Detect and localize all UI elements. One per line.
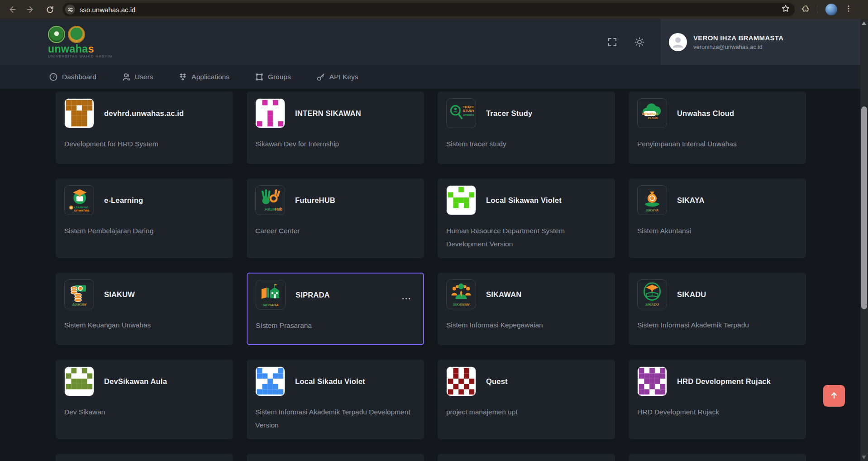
user-profile-panel[interactable]: VERON IHZA BRAMMASTA veronihza@unwahas.a… xyxy=(661,19,860,65)
reload-icon[interactable] xyxy=(43,3,56,16)
app-card-quest[interactable]: Questproject manajemen upt xyxy=(438,360,615,439)
forward-icon[interactable] xyxy=(24,3,37,16)
extensions-icon[interactable] xyxy=(801,4,811,15)
app-card-partial[interactable] xyxy=(247,454,424,461)
tracer-app-icon: TRACERSTUDYunwahas xyxy=(446,98,476,128)
app-card-futurehub[interactable]: FutureHubFutureHUBCareer Center xyxy=(247,178,424,258)
theme-sun-icon[interactable] xyxy=(634,36,645,48)
scrollbar-down-arrow-icon[interactable] xyxy=(862,456,866,459)
svg-text:SIKAYA: SIKAYA xyxy=(646,208,659,212)
app-title: SIAKUW xyxy=(104,290,135,299)
app-description: SIstem Prasarana xyxy=(256,319,415,332)
app-title: SIKAYA xyxy=(677,196,705,205)
futurehub-app-icon: FutureHub xyxy=(255,185,285,215)
app-card-hrd-development-rujack[interactable]: HRD Development RujackHRD Development Ru… xyxy=(629,360,806,439)
nav-item-groups[interactable]: Groups xyxy=(255,72,291,82)
identicon-app-icon xyxy=(446,185,476,215)
elearning-app-icon: eLEARNINGunwahas xyxy=(64,185,94,215)
app-card-local-sikawan-violet[interactable]: Local Sikawan VioletHuman Resource Depar… xyxy=(438,178,615,258)
app-title: INTERN SIKAWAN xyxy=(295,109,361,118)
scroll-to-top-button[interactable] xyxy=(823,385,845,407)
app-description: Sikawan Dev for Internship xyxy=(255,137,415,150)
nav-item-users[interactable]: Users xyxy=(122,72,153,82)
svg-text:Future: Future xyxy=(264,207,276,211)
identicon-app-icon xyxy=(255,98,285,128)
cloud-app-icon: unwahasCLOUD xyxy=(637,98,667,128)
api-keys-icon xyxy=(316,72,325,82)
university-seal-icon xyxy=(48,26,65,43)
groups-icon xyxy=(255,72,264,82)
fullscreen-icon[interactable] xyxy=(606,36,618,48)
url-text[interactable]: sso.unwahas.ac.id xyxy=(80,6,781,14)
user-avatar xyxy=(669,33,687,51)
app-card-devhrd-unwahas-ac-id[interactable]: devhrd.unwahas.ac.idDevelopment for HRD … xyxy=(56,91,233,164)
nav-item-applications[interactable]: Applications xyxy=(178,72,229,82)
app-description: Sistem tracer study xyxy=(446,137,606,150)
user-name: VERON IHZA BRAMMASTA xyxy=(693,34,783,42)
unggul-badge-icon xyxy=(68,26,85,43)
app-title: e-Learning xyxy=(104,196,143,205)
unwahas-logo[interactable]: unwahas UNIVERSITAS WAHID HASYIM xyxy=(48,26,113,58)
app-card-unwahas-cloud[interactable]: unwahasCLOUDUnwahas CloudPenyimpanan Int… xyxy=(629,91,806,164)
svg-text:Hub: Hub xyxy=(275,207,282,211)
scrollbar-up-arrow-icon[interactable] xyxy=(862,21,866,25)
app-description: Sistem Informasi Kepegawaian xyxy=(446,318,606,331)
app-title: Local Sikadu Violet xyxy=(295,377,365,386)
profile-avatar[interactable] xyxy=(825,4,837,15)
page-scrollbar[interactable] xyxy=(860,19,868,461)
app-title: SIPRADA xyxy=(296,291,330,299)
nav-item-api-keys[interactable]: API Keys xyxy=(316,72,358,82)
app-title: FutureHUB xyxy=(295,196,335,205)
app-card-siprada[interactable]: SIPRADASIPRADA...SIstem Prasarana xyxy=(247,273,424,345)
app-description: project manajemen upt xyxy=(446,405,606,418)
app-title: SIKADU xyxy=(677,290,706,299)
brand-wordmark: unwahas xyxy=(48,44,113,54)
identicon-app-icon xyxy=(64,366,94,396)
app-description: Sistem Informasi Akademik Terpadu Develo… xyxy=(255,405,415,432)
app-card-sikadu[interactable]: SIKADUSIKADUSistem Informasi Akademik Te… xyxy=(629,273,806,345)
scrollbar-thumb[interactable] xyxy=(861,106,867,309)
arrow-up-icon xyxy=(830,391,839,401)
identicon-app-icon xyxy=(64,98,94,128)
content-area: devhrd.unwahas.ac.idDevelopment for HRD … xyxy=(0,89,860,461)
app-card-tracer-study[interactable]: TRACERSTUDYunwahasTracer StudySistem tra… xyxy=(438,91,615,164)
app-title: Local Sikawan Violet xyxy=(486,196,562,205)
svg-text:SIPRADA: SIPRADA xyxy=(262,303,278,307)
app-card-e-learning[interactable]: eLEARNINGunwahase-LearningSistem Pembela… xyxy=(56,178,233,258)
identicon-app-icon xyxy=(637,366,667,396)
app-description: Career Center xyxy=(255,224,415,237)
back-icon[interactable] xyxy=(5,3,18,16)
menu-kebab-icon[interactable] xyxy=(844,5,853,14)
app-card-local-sikadu-violet[interactable]: Local Sikadu VioletSistem Informasi Akad… xyxy=(247,360,424,439)
sikaya-app-icon: SIKAYA xyxy=(637,185,667,215)
nav-item-dashboard[interactable]: Dashboard xyxy=(49,72,96,82)
app-title: Quest xyxy=(486,377,508,386)
app-card-partial[interactable] xyxy=(438,454,615,461)
app-title: SIKAWAN xyxy=(486,290,521,299)
app-card-devsikawan-aula[interactable]: DevSikawan AulaDev Sikawan xyxy=(56,360,233,439)
svg-text:TRACER: TRACER xyxy=(463,105,474,109)
app-title: devhrd.unwahas.ac.id xyxy=(104,109,184,118)
app-card-sikaya[interactable]: SIKAYASIKAYASistem Akuntansi xyxy=(629,178,806,258)
identicon-app-icon xyxy=(446,366,476,396)
card-options-icon[interactable]: ... xyxy=(402,294,411,299)
address-bar[interactable]: sso.unwahas.ac.id xyxy=(62,3,795,16)
app-card-intern-sikawan[interactable]: INTERN SIKAWANSikawan Dev for Internship xyxy=(247,91,424,164)
bookmark-star-icon[interactable] xyxy=(781,4,790,15)
app-card-partial[interactable] xyxy=(629,454,806,461)
main-nav: DashboardUsersApplicationsGroupsAPI Keys xyxy=(0,65,860,89)
browser-chrome: sso.unwahas.ac.id xyxy=(0,0,868,19)
app-title: HRD Development Rujack xyxy=(677,377,771,386)
users-icon xyxy=(122,72,131,82)
identicon-app-icon xyxy=(255,366,285,396)
site-settings-icon[interactable] xyxy=(65,5,75,14)
app-card-sikawan[interactable]: SIKAWANSIKAWANSistem Informasi Kepegawai… xyxy=(438,273,615,345)
app-header: unwahas UNIVERSITAS WAHID HASYIM VERON I… xyxy=(0,19,860,65)
dashboard-icon xyxy=(49,72,58,82)
app-card-siakuw[interactable]: SIAKUWSIAKUWSistem Keuangan Unwahas xyxy=(56,273,233,345)
app-title: Unwahas Cloud xyxy=(677,109,734,118)
svg-text:unwahas: unwahas xyxy=(642,112,658,116)
app-title: Tracer Study xyxy=(486,109,532,118)
app-card-partial[interactable] xyxy=(56,454,233,461)
sikawan-app-icon: SIKAWAN xyxy=(446,279,476,309)
